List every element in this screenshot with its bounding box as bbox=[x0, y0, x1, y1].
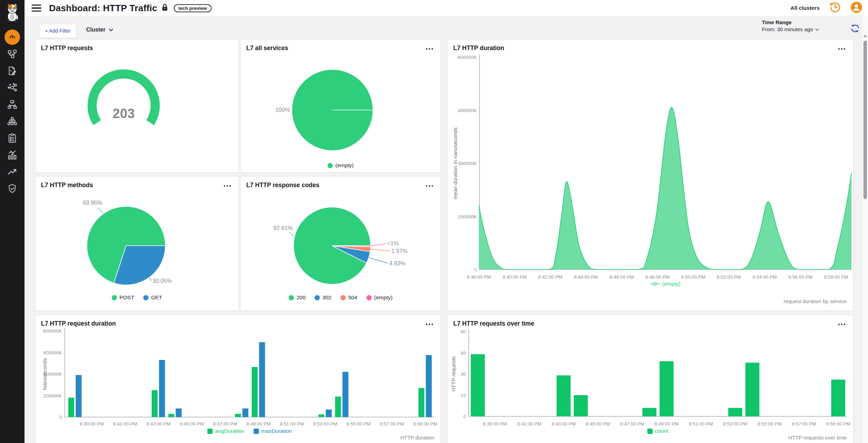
square-marker-icon bbox=[647, 429, 653, 434]
hamburger-menu-icon[interactable] bbox=[32, 5, 41, 12]
svg-text:8:50:00 PM: 8:50:00 PM bbox=[681, 274, 705, 280]
svg-text:600000K: 600000K bbox=[43, 350, 62, 355]
time-range-control: Time Range From: 30 minutes ago bbox=[762, 19, 819, 33]
bar-maxDuration bbox=[76, 375, 82, 417]
vertical-scrollbar[interactable] bbox=[862, 16, 868, 443]
card-l7-http-requests-over-time: L7 HTTP requests over time 0153045608:39… bbox=[447, 315, 853, 443]
card-title: L7 HTTP request duration bbox=[41, 320, 116, 327]
bar-avgDuration bbox=[152, 390, 158, 417]
page-title: Dashboard: HTTP Traffic bbox=[49, 3, 157, 14]
history-icon[interactable] bbox=[829, 1, 841, 15]
svg-text:0: 0 bbox=[463, 414, 466, 419]
card-menu-icon[interactable] bbox=[837, 322, 847, 327]
svg-text:8:41:00 PM: 8:41:00 PM bbox=[113, 421, 137, 427]
legend-label: 302 bbox=[322, 294, 331, 301]
bar-chart-icon bbox=[7, 150, 18, 160]
legend-item-(empty)[interactable]: (empty) bbox=[366, 294, 393, 301]
sidebar-item-dashboards[interactable] bbox=[5, 29, 20, 45]
sidebar-item-service-map[interactable] bbox=[5, 80, 20, 95]
svg-text:200000K: 200000K bbox=[43, 393, 62, 398]
svg-text:60: 60 bbox=[461, 329, 466, 334]
bar-maxDuration bbox=[242, 408, 248, 417]
sitemap-icon bbox=[7, 99, 18, 110]
legend-item-(empty)[interactable]: (empty) bbox=[650, 281, 681, 287]
scrollbar-thumb[interactable] bbox=[863, 41, 867, 199]
add-filter-button[interactable]: + Add Filter bbox=[39, 24, 76, 38]
line-marker-icon bbox=[650, 282, 660, 286]
sidebar-item-policies[interactable] bbox=[5, 130, 20, 146]
bar-series bbox=[68, 342, 432, 417]
legend-item-302[interactable]: 302 bbox=[315, 294, 331, 301]
chart-footer: HTTP requests over time bbox=[788, 435, 847, 441]
user-avatar-icon[interactable] bbox=[850, 1, 862, 15]
legend-item-200[interactable]: 200 bbox=[289, 294, 305, 301]
pie: 100% bbox=[275, 70, 373, 150]
bar-avgDuration bbox=[235, 414, 241, 417]
lock-icon bbox=[161, 4, 168, 13]
chart-legend: (empty) bbox=[480, 281, 852, 287]
svg-text:8:59:00 PM: 8:59:00 PM bbox=[826, 421, 850, 427]
legend-label: count bbox=[655, 428, 668, 434]
cluster-selector[interactable]: All clusters bbox=[790, 5, 820, 11]
sidebar-item-metrics[interactable] bbox=[5, 147, 20, 163]
refresh-icon[interactable] bbox=[850, 23, 860, 35]
card-menu-icon[interactable] bbox=[837, 47, 847, 51]
card-l7-http-requests: L7 HTTP requests 203 bbox=[35, 39, 239, 172]
sidebar-item-network[interactable] bbox=[5, 97, 20, 112]
clipboard-icon bbox=[7, 133, 18, 143]
time-range-value[interactable]: From: 30 minutes ago bbox=[762, 26, 819, 33]
legend-item-504[interactable]: 504 bbox=[340, 294, 357, 301]
dot-marker-icon bbox=[328, 163, 333, 168]
svg-text:8:57:00 PM: 8:57:00 PM bbox=[792, 421, 816, 427]
sidebar-item-clusters[interactable] bbox=[5, 114, 20, 129]
scroll-up-arrow[interactable] bbox=[863, 34, 867, 37]
pie: 69.95%30.05% bbox=[83, 199, 172, 285]
svg-text:8:40:00 PM: 8:40:00 PM bbox=[502, 274, 526, 280]
bar-maxDuration bbox=[343, 372, 349, 417]
legend-item-POST[interactable]: POST bbox=[112, 294, 134, 301]
sidebar-item-trends[interactable] bbox=[5, 164, 20, 179]
svg-text:600000K: 600000K bbox=[458, 55, 477, 60]
bar-count bbox=[471, 354, 485, 416]
svg-text:150000K: 150000K bbox=[458, 214, 477, 219]
legend-item-count[interactable]: count bbox=[647, 428, 668, 434]
bar-count bbox=[745, 363, 759, 416]
square-marker-icon bbox=[207, 429, 213, 434]
legend-item-maxDuration[interactable]: maxDuration bbox=[254, 428, 292, 434]
card-l7-http-response-codes: L7 HTTP response codes 92.61%4.93%1.97%<… bbox=[240, 176, 441, 311]
bar-count bbox=[660, 361, 674, 416]
chevron-down-icon bbox=[109, 28, 113, 32]
cluster-dropdown-label: Cluster bbox=[86, 27, 105, 33]
bar-count bbox=[557, 375, 571, 416]
card-menu-icon[interactable] bbox=[425, 184, 435, 188]
sidebar-item-topology[interactable] bbox=[5, 46, 20, 62]
y-axis-title: HTTP requests bbox=[450, 356, 456, 392]
sidebar-item-security[interactable] bbox=[5, 181, 20, 196]
cluster-dropdown[interactable]: Cluster bbox=[86, 27, 113, 33]
card-menu-icon[interactable] bbox=[425, 47, 435, 51]
card-title: L7 HTTP methods bbox=[41, 182, 93, 189]
svg-text:8:51:00 PM: 8:51:00 PM bbox=[280, 421, 304, 427]
card-menu-icon[interactable] bbox=[222, 184, 233, 188]
cat-mascot-logo bbox=[0, 0, 25, 25]
shield-check-icon bbox=[7, 183, 18, 194]
bar-series bbox=[471, 354, 845, 416]
svg-text:8:52:00 PM: 8:52:00 PM bbox=[717, 274, 741, 280]
svg-text:450000K: 450000K bbox=[458, 108, 477, 113]
time-range-label: Time Range bbox=[762, 19, 819, 26]
legend-label: maxDuration bbox=[261, 428, 292, 434]
card-menu-icon[interactable] bbox=[425, 322, 435, 327]
service-map-icon bbox=[7, 82, 18, 93]
sidebar-item-flows[interactable] bbox=[5, 63, 20, 79]
svg-text:8:53:00 PM: 8:53:00 PM bbox=[723, 421, 747, 427]
gauge-icon bbox=[7, 32, 18, 42]
legend-item-GET[interactable]: GET bbox=[143, 294, 162, 301]
svg-text:8:54:00 PM: 8:54:00 PM bbox=[752, 274, 777, 280]
bar-maxDuration bbox=[159, 360, 165, 417]
gauge-value: 203 bbox=[112, 106, 135, 121]
legend-label: avgDuration bbox=[215, 428, 244, 434]
legend-item-(empty)[interactable]: (empty) bbox=[328, 162, 354, 169]
legend-item-avgDuration[interactable]: avgDuration bbox=[207, 428, 244, 434]
chart-legend: avgDurationmaxDuration bbox=[65, 428, 435, 434]
tech-preview-badge: tech preview bbox=[174, 4, 212, 12]
